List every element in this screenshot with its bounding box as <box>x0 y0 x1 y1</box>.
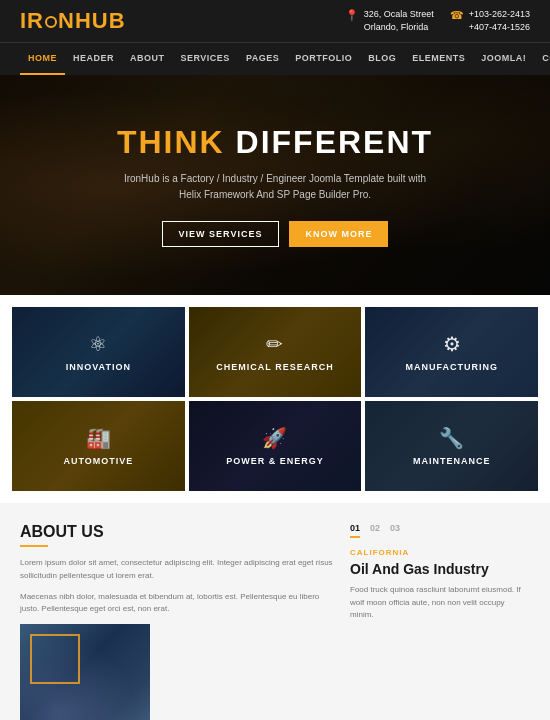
about-location: CALIFORNIA <box>350 548 530 557</box>
about-card-title: Oil And Gas Industry <box>350 561 530 578</box>
about-text2: Maecenas nibh dolor, malesuada et bibend… <box>20 591 334 617</box>
nav-link-about[interactable]: ABOUT <box>122 43 173 73</box>
automotive-icon: 🏭 <box>63 426 133 450</box>
logo[interactable]: IRNHUB <box>20 8 126 34</box>
about-left: ABOUT US Lorem ipsum dolor sit amet, con… <box>20 523 334 720</box>
nav-item-portfolio[interactable]: PORTFOLIO <box>287 43 360 75</box>
innovation-icon: ⚛ <box>66 332 131 356</box>
about-image-frame <box>30 634 80 684</box>
about-right: 01 02 03 CALIFORNIA Oil And Gas Industry… <box>350 523 530 720</box>
power-label: POWER & ENERGY <box>226 456 324 466</box>
nav-link-header[interactable]: HEADER <box>65 43 122 73</box>
hero-subtitle: IronHub is a Factory / Industry / Engine… <box>117 171 433 203</box>
manufacturing-label: MANUFACTURING <box>405 362 498 372</box>
chemical-label: CHEMICAL RESEARCH <box>216 362 333 372</box>
logo-prefix: IR <box>20 8 44 33</box>
nav-item-joomla[interactable]: JOOMLA! <box>473 43 534 75</box>
hero-section: THINK DIFFERENT IronHub is a Factory / I… <box>0 75 550 295</box>
address-item: 📍 326, Ocala Street Orlando, Florida <box>345 8 434 33</box>
hero-title-think: THINK <box>117 124 236 160</box>
nav-link-joomla[interactable]: JOOMLA! <box>473 43 534 73</box>
phone-item: ☎ +103-262-2413 +407-474-1526 <box>450 8 530 33</box>
hero-title: THINK DIFFERENT <box>117 124 433 161</box>
nav-item-about[interactable]: ABOUT <box>122 43 173 75</box>
nav-link-services[interactable]: SERVICES <box>173 43 238 73</box>
manufacturing-icon: ⚙ <box>405 332 498 356</box>
nav-link-home[interactable]: HOME <box>20 43 65 75</box>
nav-item-services[interactable]: SERVICES <box>173 43 238 75</box>
location-icon: 📍 <box>345 9 359 22</box>
service-card-chemical[interactable]: ✏ CHEMICAL RESEARCH <box>189 307 362 397</box>
about-underline <box>20 545 48 547</box>
main-nav: HOME HEADER ABOUT SERVICES PAGES PORTFOL… <box>0 42 550 75</box>
service-card-manufacturing[interactable]: ⚙ MANUFACTURING <box>365 307 538 397</box>
nav-link-portfolio[interactable]: PORTFOLIO <box>287 43 360 73</box>
nav-item-home[interactable]: HOME <box>20 43 65 75</box>
nav-list: HOME HEADER ABOUT SERVICES PAGES PORTFOL… <box>0 43 550 75</box>
hero-title-different: DIFFERENT <box>236 124 434 160</box>
address-line2: Orlando, Florida <box>364 21 434 34</box>
about-section: ABOUT US Lorem ipsum dolor sit amet, con… <box>0 503 550 720</box>
nav-link-pages[interactable]: PAGES <box>238 43 287 73</box>
about-card-text: Food truck quinoa rascliunt laborumt eiu… <box>350 584 530 622</box>
nav-item-contacts[interactable]: CONTACTS <box>534 43 550 75</box>
automotive-label: AUTOMOTIVE <box>63 456 133 466</box>
nav-item-elements[interactable]: ELEMENTS <box>404 43 473 75</box>
phone-icon: ☎ <box>450 9 464 22</box>
hero-buttons: VIEW SERVICES KNOW MORE <box>117 221 433 247</box>
about-tab-2[interactable]: 02 <box>370 523 380 538</box>
nav-link-blog[interactable]: BLOG <box>360 43 404 73</box>
nav-item-header[interactable]: HEADER <box>65 43 122 75</box>
nav-link-elements[interactable]: ELEMENTS <box>404 43 473 73</box>
maintenance-label: MAINTENANCE <box>413 456 491 466</box>
phone2: +407-474-1526 <box>469 21 530 34</box>
about-image <box>20 624 150 720</box>
innovation-label: INNOVATION <box>66 362 131 372</box>
nav-link-contacts[interactable]: CONTACTS <box>534 43 550 73</box>
service-card-automotive[interactable]: 🏭 AUTOMOTIVE <box>12 401 185 491</box>
top-header: IRNHUB 📍 326, Ocala Street Orlando, Flor… <box>0 0 550 42</box>
know-more-button[interactable]: KNOW MORE <box>289 221 388 247</box>
hero-content: THINK DIFFERENT IronHub is a Factory / I… <box>87 124 463 247</box>
logo-suffix: NHUB <box>58 8 126 33</box>
service-card-maintenance[interactable]: 🔧 MAINTENANCE <box>365 401 538 491</box>
about-text1: Lorem ipsum dolor sit amet, consectetur … <box>20 557 334 583</box>
chemical-icon: ✏ <box>216 332 333 356</box>
service-card-innovation[interactable]: ⚛ INNOVATION <box>12 307 185 397</box>
logo-icon <box>45 16 57 28</box>
header-contact: 📍 326, Ocala Street Orlando, Florida ☎ +… <box>345 8 530 33</box>
maintenance-icon: 🔧 <box>413 426 491 450</box>
about-tabs: 01 02 03 <box>350 523 530 538</box>
service-card-power[interactable]: 🚀 POWER & ENERGY <box>189 401 362 491</box>
nav-item-pages[interactable]: PAGES <box>238 43 287 75</box>
services-section: ⚛ INNOVATION ✏ CHEMICAL RESEARCH ⚙ MANUF… <box>0 295 550 503</box>
about-heading: ABOUT US <box>20 523 334 541</box>
address-line1: 326, Ocala Street <box>364 8 434 21</box>
nav-item-blog[interactable]: BLOG <box>360 43 404 75</box>
about-tab-3[interactable]: 03 <box>390 523 400 538</box>
view-services-button[interactable]: VIEW SERVICES <box>162 221 280 247</box>
phone1: +103-262-2413 <box>469 8 530 21</box>
about-tab-1[interactable]: 01 <box>350 523 360 538</box>
power-icon: 🚀 <box>226 426 324 450</box>
